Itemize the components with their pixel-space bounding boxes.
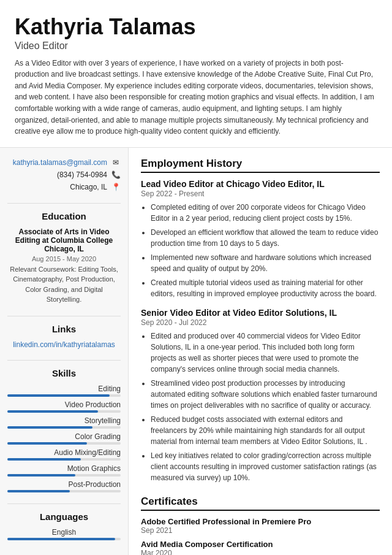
skill-label: Color Grading [7, 432, 121, 441]
cert-date: Mar 2020 [141, 549, 380, 555]
skill-bar-fill [7, 394, 110, 397]
skill-label: Video Production [7, 400, 121, 409]
linkedin-link[interactable]: linkedin.com/in/kathyriatalamas [7, 340, 121, 349]
languages-list: English [7, 528, 121, 540]
job-bullet: Created multiple tutorial videos used as… [151, 277, 380, 299]
job-title: Senior Video Editor at Video Editor Solu… [141, 308, 380, 318]
skill-bar-bg [7, 442, 121, 445]
languages-title: Languages [7, 511, 121, 522]
cert-item: Avid Media Composer Certification Mar 20… [141, 540, 380, 555]
skill-item: Motion Graphics [7, 464, 121, 477]
skill-label: Editing [7, 385, 121, 393]
cert-item: Adobe Certified Professional in Premiere… [141, 517, 380, 535]
skill-item: Audio Mixing/Editing [7, 448, 121, 461]
contact-section: kathyria.talamas@gmail.com ✉ (834) 754-0… [7, 158, 121, 192]
job-block: Senior Video Editor at Video Editor Solu… [141, 308, 380, 483]
skill-label: Storytelling [7, 416, 121, 425]
job-date: Sep 2020 - Jul 2022 [141, 318, 380, 327]
skill-bar-fill [7, 474, 75, 477]
skill-item: Video Production [7, 400, 121, 413]
job-title: Lead Video Editor at Chicago Video Edito… [141, 179, 380, 189]
certificates-title: Certificates [141, 496, 380, 511]
skill-bar-bg [7, 410, 121, 413]
location-item: Chicago, IL 📍 [7, 182, 121, 192]
education-section: Education Associate of Arts in Video Edi… [7, 203, 121, 305]
candidate-title: Video Editor [15, 40, 377, 52]
candidate-summary: As a Video Editor with over 3 years of e… [15, 58, 377, 137]
lang-bar-fill [7, 538, 115, 540]
skill-bar-bg [7, 426, 121, 429]
skill-bar-bg [7, 458, 121, 461]
skill-item: Editing [7, 385, 121, 397]
education-title: Education [7, 211, 121, 221]
skill-label: Post-Production [7, 480, 121, 489]
employment-title: Employment History [141, 158, 380, 173]
jobs-list: Lead Video Editor at Chicago Video Edito… [141, 179, 380, 483]
location-text: Chicago, IL [70, 183, 107, 191]
skill-bar-bg [7, 490, 121, 492]
job-bullet: Reduced budget costs associated with ext… [151, 414, 380, 447]
phone-item: (834) 754-0984 📞 [7, 170, 121, 180]
skill-bar-fill [7, 410, 98, 413]
phone-text: (834) 754-0984 [57, 170, 107, 179]
edu-degree: Associate of Arts in Video Editing at Co… [7, 228, 121, 253]
edu-date: Aug 2015 - May 2020 [7, 255, 121, 262]
job-bullet: Developed an efficient workflow that all… [151, 227, 380, 249]
certificates-section: Certificates Adobe Certified Professiona… [141, 496, 380, 555]
main-layout: kathyria.talamas@gmail.com ✉ (834) 754-0… [0, 147, 392, 555]
job-bullet: Implemented new software and hardware so… [151, 252, 380, 274]
edu-coursework: Relevant Coursework: Editing Tools, Cine… [7, 264, 121, 305]
email-link[interactable]: kathyria.talamas@gmail.com [13, 158, 107, 167]
location-icon: 📍 [111, 182, 121, 192]
cert-name: Avid Media Composer Certification [141, 540, 380, 549]
candidate-name: Kathyria Talamas [15, 15, 377, 39]
skill-bar-fill [7, 426, 92, 429]
links-title: Links [7, 324, 121, 334]
skill-label: Motion Graphics [7, 464, 121, 473]
skills-list: Editing Video Production Storytelling Co… [7, 385, 121, 492]
lang-bar-bg [7, 538, 121, 540]
languages-section: Languages English [7, 503, 121, 540]
skill-bar-bg [7, 394, 121, 397]
job-bullet: Completed editing of over 200 corporate … [151, 202, 380, 224]
phone-icon: 📞 [111, 170, 121, 180]
skill-item: Storytelling [7, 416, 121, 429]
skills-section: Skills Editing Video Production Storytel… [7, 360, 121, 492]
cert-date: Sep 2021 [141, 526, 380, 535]
skill-bar-fill [7, 490, 70, 492]
skill-item: Post-Production [7, 480, 121, 492]
language-item: English [7, 528, 121, 540]
skill-label: Audio Mixing/Editing [7, 448, 121, 457]
skill-item: Color Grading [7, 432, 121, 445]
job-date: Sep 2022 - Present [141, 189, 380, 198]
email-item: kathyria.talamas@gmail.com ✉ [7, 158, 121, 167]
job-block: Lead Video Editor at Chicago Video Edito… [141, 179, 380, 299]
links-section: Links linkedin.com/in/kathyriatalamas [7, 316, 121, 349]
header: Kathyria Talamas Video Editor As a Video… [0, 0, 392, 147]
skill-bar-fill [7, 458, 81, 461]
job-bullet: Streamlined video post production proces… [151, 378, 380, 411]
language-label: English [7, 528, 121, 537]
job-bullets: Completed editing of over 200 corporate … [141, 202, 380, 299]
sidebar: kathyria.talamas@gmail.com ✉ (834) 754-0… [0, 148, 129, 555]
resume-container: Kathyria Talamas Video Editor As a Video… [0, 0, 392, 555]
right-content: Employment History Lead Video Editor at … [129, 148, 392, 555]
skill-bar-fill [7, 442, 87, 445]
skills-title: Skills [7, 368, 121, 378]
email-icon: ✉ [111, 158, 121, 167]
job-bullets: Edited and produced over 40 commercial v… [141, 331, 380, 483]
job-bullet: Led key initiatives related to color gra… [151, 450, 380, 483]
certs-list: Adobe Certified Professional in Premiere… [141, 517, 380, 555]
job-bullet: Edited and produced over 40 commercial v… [151, 331, 380, 375]
skill-bar-bg [7, 474, 121, 477]
employment-section: Employment History Lead Video Editor at … [141, 158, 380, 483]
cert-name: Adobe Certified Professional in Premiere… [141, 517, 380, 526]
